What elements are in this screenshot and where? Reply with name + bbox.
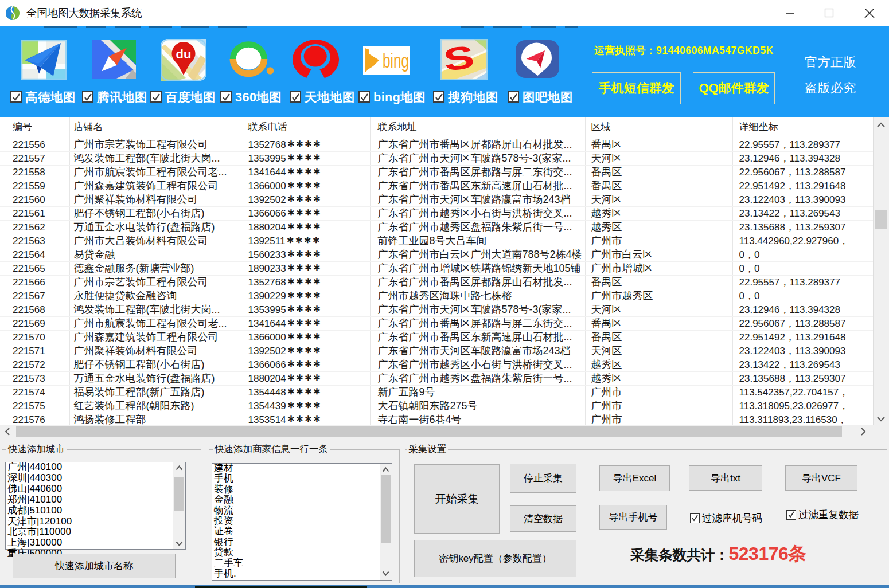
svg-text:S: S [442,39,477,79]
svg-text:bing: bing [383,49,409,72]
svg-text:du: du [176,47,192,61]
